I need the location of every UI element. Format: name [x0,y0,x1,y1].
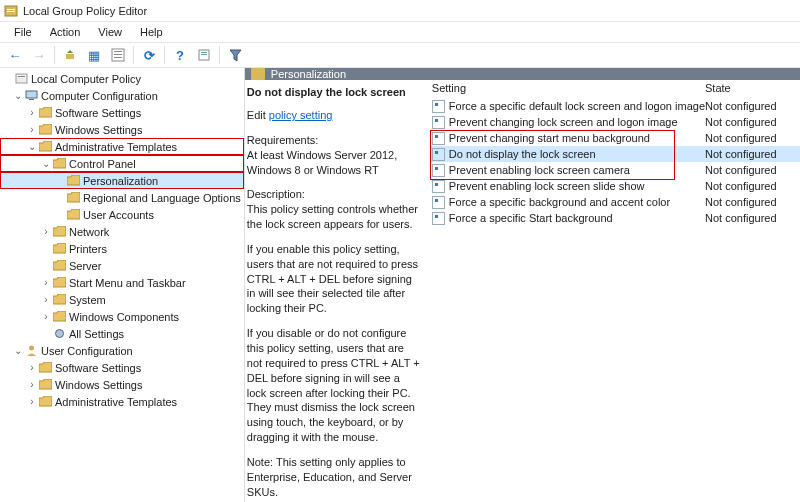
up-button[interactable] [59,44,81,66]
policy-icon [432,132,445,145]
tree-u-admin[interactable]: › Administrative Templates [0,393,244,410]
list-item[interactable]: Prevent enabling lock screen slide show … [430,178,800,194]
forward-button: → [28,44,50,66]
list-item[interactable]: Prevent changing start menu background N… [430,130,800,146]
description-text: This policy setting controls whether the… [247,203,418,230]
requirements-text: At least Windows Server 2012, Windows 8 … [247,149,397,176]
svg-rect-9 [201,52,207,53]
properties-button[interactable] [193,44,215,66]
expand-icon[interactable]: › [26,107,38,118]
tree-windows-components[interactable]: › Windows Components [0,308,244,325]
list-item[interactable]: Do not display the lock screen Not confi… [430,146,800,162]
tree-user-config[interactable]: ⌄ User Configuration [0,342,244,359]
menu-action[interactable]: Action [42,24,89,40]
tree-control-panel[interactable]: ⌄ Control Panel [0,155,244,172]
tree-label: Software Settings [55,362,141,374]
collapse-icon[interactable]: ⌄ [12,90,24,101]
tree-root[interactable]: Local Computer Policy [0,70,244,87]
tree-all-settings[interactable]: All Settings [0,325,244,342]
expand-icon[interactable]: › [26,379,38,390]
tree-pane[interactable]: Local Computer Policy ⌄ Computer Configu… [0,68,245,502]
separator [219,46,220,64]
column-setting[interactable]: Setting [430,82,705,94]
tree-label: Personalization [83,175,158,187]
menu-view[interactable]: View [90,24,130,40]
folder-icon [52,310,66,324]
description-paragraph: If you disable or do not configure this … [247,326,422,445]
show-hide-tree-button[interactable]: ▦ [83,44,105,66]
svg-rect-10 [201,54,207,55]
tree-user-accounts[interactable]: User Accounts [0,206,244,223]
window-title: Local Group Policy Editor [23,5,147,17]
settings-icon [52,327,66,341]
folder-icon [52,242,66,256]
edit-prefix: Edit [247,109,269,121]
toolbar: ← → ▦ ⟳ ? [0,42,800,68]
list-item[interactable]: Force a specific Start background Not co… [430,210,800,226]
setting-name: Prevent changing start menu background [449,132,705,144]
list-header[interactable]: Setting State [430,82,800,94]
refresh-button[interactable]: ⟳ [138,44,160,66]
tree-start-menu[interactable]: › Start Menu and Taskbar [0,274,244,291]
tree-admin-templates[interactable]: ⌄ Administrative Templates [0,138,244,155]
tree-network[interactable]: › Network [0,223,244,240]
setting-state: Not configured [705,116,800,128]
menu-help[interactable]: Help [132,24,171,40]
svg-rect-14 [29,99,34,100]
list-item[interactable]: Force a specific default lock screen and… [430,98,800,114]
policy-icon [432,180,445,193]
title-bar: Local Group Policy Editor [0,0,800,22]
expand-icon[interactable]: › [40,226,52,237]
tree-personalization[interactable]: Personalization [0,172,244,189]
edit-policy-link[interactable]: policy setting [269,109,333,121]
app-icon [4,4,18,18]
setting-state: Not configured [705,196,800,208]
collapse-icon[interactable]: ⌄ [40,158,52,169]
list-item[interactable]: Force a specific background and accent c… [430,194,800,210]
tree-computer-config[interactable]: ⌄ Computer Configuration [0,87,244,104]
collapse-icon[interactable]: ⌄ [12,345,24,356]
folder-icon [251,68,265,80]
tree-system[interactable]: › System [0,291,244,308]
setting-name: Do not display the lock screen [449,148,705,160]
help-button[interactable]: ? [169,44,191,66]
list-item[interactable]: Prevent enabling lock screen camera Not … [430,162,800,178]
tree-regional[interactable]: Regional and Language Options [0,189,244,206]
tree-windows-settings[interactable]: › Windows Settings [0,121,244,138]
settings-list[interactable]: Setting State Force a specific default l… [430,80,800,502]
tree-label: Windows Components [69,311,179,323]
expand-icon[interactable]: › [26,396,38,407]
tree-label: Control Panel [69,158,136,170]
menu-file[interactable]: File [6,24,40,40]
list-item[interactable]: Prevent changing lock screen and logon i… [430,114,800,130]
expand-icon[interactable]: › [40,311,52,322]
expand-icon[interactable]: › [40,277,52,288]
description-panel: Do not display the lock screen Edit poli… [245,80,430,502]
tree-label: Windows Settings [55,379,142,391]
policy-icon [432,164,445,177]
tree-u-software[interactable]: › Software Settings [0,359,244,376]
tree-server[interactable]: Server [0,257,244,274]
tree-printers[interactable]: Printers [0,240,244,257]
filter-button[interactable] [224,44,246,66]
tree-u-windows[interactable]: › Windows Settings [0,376,244,393]
folder-icon [52,293,66,307]
svg-rect-7 [114,57,122,58]
expand-icon[interactable]: › [26,124,38,135]
view-list-button[interactable] [107,44,129,66]
column-state[interactable]: State [705,82,800,94]
expand-icon[interactable]: › [40,294,52,305]
collapse-icon[interactable]: ⌄ [26,141,38,152]
edit-link-line: Edit policy setting [247,108,422,123]
expand-icon[interactable]: › [26,362,38,373]
tree-label: User Configuration [41,345,133,357]
setting-name: Force a specific background and accent c… [449,196,705,208]
tree-software-settings[interactable]: › Software Settings [0,104,244,121]
setting-state: Not configured [705,100,800,112]
svg-point-16 [29,346,34,351]
back-button[interactable]: ← [4,44,26,66]
setting-state: Not configured [705,180,800,192]
tree-label: Start Menu and Taskbar [69,277,186,289]
svg-rect-12 [18,76,25,77]
policy-icon [432,116,445,129]
